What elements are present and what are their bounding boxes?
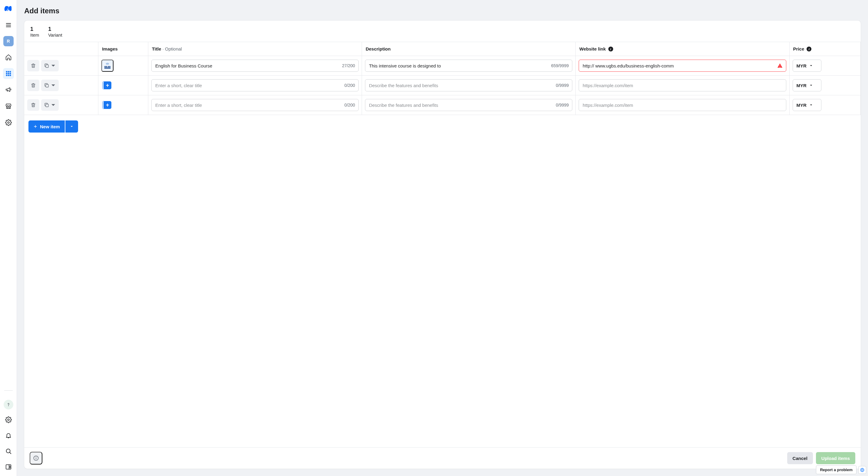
svg-point-35 [36,457,36,457]
description-input[interactable] [365,99,572,111]
meta-logo [4,4,13,14]
svg-point-20 [10,467,10,467]
info-icon[interactable]: i [807,46,811,52]
rail-divider [4,390,13,391]
table-row: + 0/200 0/9999 [24,95,861,115]
notifications-button[interactable] [3,430,14,441]
svg-rect-8 [9,73,11,74]
add-image-button[interactable]: + [101,79,114,91]
svg-point-12 [7,122,9,123]
home-nav-button[interactable] [3,52,14,63]
duplicate-row-button[interactable] [41,80,59,91]
col-description: Description [362,42,576,56]
col-actions [24,42,98,56]
svg-point-14 [7,419,9,421]
new-item-button[interactable]: New item [28,121,65,132]
svg-rect-11 [9,75,11,76]
svg-rect-28 [104,67,111,69]
item-image-thumbnail[interactable] [101,60,114,72]
help-button[interactable] [4,400,13,409]
cancel-button[interactable]: Cancel [787,452,813,464]
description-input[interactable] [365,79,572,91]
table-row: + 0/200 0/9999 [24,76,861,95]
svg-rect-5 [9,71,11,73]
panel-footer: Cancel Upload items [24,447,861,469]
report-problem-button[interactable]: Report a problem [816,466,857,474]
title-input[interactable] [151,79,359,91]
svg-rect-9 [6,75,7,76]
warning-icon [777,63,783,68]
col-price: Pricei [789,42,861,56]
svg-point-25 [106,66,107,67]
page-title: Add items [17,0,868,21]
svg-point-23 [106,63,109,65]
title-input[interactable] [151,99,359,111]
panel-button[interactable] [3,462,14,472]
item-count: 1 Item [30,26,39,37]
new-item-dropdown-button[interactable] [65,121,78,132]
title-input[interactable] [151,60,359,72]
catalog-nav-button[interactable] [3,68,14,79]
footer-info-button[interactable] [30,452,42,465]
megaphone-nav-button[interactable] [3,85,14,95]
svg-rect-7 [7,73,9,74]
info-icon[interactable]: i [608,46,613,52]
search-button[interactable] [3,446,14,457]
corner-controls: Report a problem [816,466,866,474]
add-image-button[interactable]: + [101,99,114,111]
currency-select[interactable]: MYR [793,79,822,91]
col-images: Images [98,42,148,56]
description-input[interactable] [365,60,572,72]
svg-line-16 [9,452,11,454]
delete-row-button[interactable] [27,99,39,111]
items-panel: 1 Item 1 Variant Images Title · Optional [24,21,861,469]
currency-select[interactable]: MYR [793,99,822,111]
globe-icon[interactable] [858,466,866,474]
duplicate-row-button[interactable] [41,60,59,71]
settings-nav-button[interactable] [3,117,14,128]
delete-row-button[interactable] [27,80,39,91]
upload-items-button[interactable]: Upload items [816,452,855,464]
delete-row-button[interactable] [27,60,39,71]
svg-rect-22 [46,65,49,67]
account-avatar-button[interactable]: R [3,36,13,46]
svg-point-19 [10,466,10,466]
table-row: 27/200 659/9999 [24,56,861,76]
left-nav-rail: R [0,0,17,476]
shop-nav-button[interactable] [3,101,14,112]
col-website-link: Website linki [576,42,789,56]
website-link-input[interactable] [579,60,786,72]
svg-rect-10 [7,75,9,76]
col-title: Title · Optional [148,42,362,56]
variant-count: 1 Variant [48,26,62,37]
website-link-input[interactable] [579,99,786,111]
svg-point-26 [108,66,109,67]
main-content: Add items 1 Item 1 Variant Ima [17,0,868,476]
counts-bar: 1 Item 1 Variant [24,21,861,42]
website-link-input[interactable] [579,79,786,91]
svg-rect-29 [46,85,49,87]
hamburger-menu-button[interactable] [3,20,14,31]
svg-point-24 [104,66,106,67]
items-table: Images Title · Optional Description Webs… [24,42,861,138]
gear-button[interactable] [3,414,14,425]
svg-rect-4 [7,71,9,73]
svg-point-21 [10,468,10,468]
svg-rect-30 [46,104,49,107]
svg-point-27 [109,66,111,67]
svg-rect-6 [6,73,7,74]
duplicate-row-button[interactable] [41,99,59,111]
currency-select[interactable]: MYR [793,60,822,72]
svg-rect-3 [6,71,7,73]
